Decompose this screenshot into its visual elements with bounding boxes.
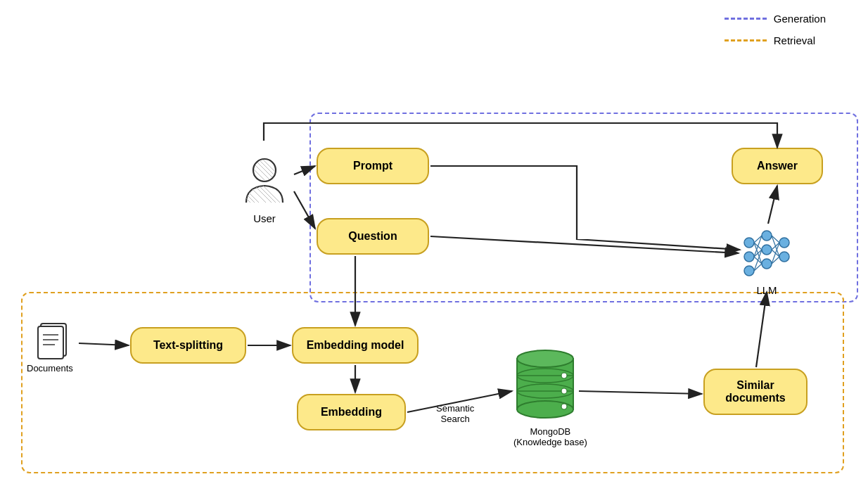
svg-line-13 — [245, 170, 264, 190]
svg-point-29 — [762, 259, 772, 269]
svg-point-55 — [561, 404, 567, 409]
diagram-container: Generation Retrieval Documents — [0, 0, 868, 498]
svg-point-31 — [779, 252, 789, 262]
svg-line-19 — [257, 184, 279, 205]
svg-point-6 — [254, 160, 275, 181]
legend: Generation Retrieval — [725, 13, 826, 46]
similar-docs-box: Similar documents — [703, 369, 808, 415]
llm-icon: LLM — [739, 225, 795, 296]
mongodb-icon: MongoDB (Knowledge base) — [513, 345, 587, 447]
svg-point-24 — [744, 238, 754, 248]
user-label: User — [253, 212, 276, 224]
retrieval-label: Retrieval — [774, 34, 815, 46]
svg-point-5 — [253, 159, 276, 181]
legend-retrieval: Retrieval — [725, 34, 826, 46]
embedding-model-box: Embedding model — [292, 327, 419, 364]
generation-line — [725, 18, 767, 20]
svg-point-26 — [744, 266, 754, 276]
svg-point-54 — [561, 388, 567, 394]
svg-point-25 — [744, 252, 754, 262]
svg-point-53 — [561, 373, 567, 378]
legend-generation: Generation — [725, 13, 826, 25]
semantic-search-label: Semantic Search — [436, 403, 474, 424]
documents-label: Documents — [27, 363, 73, 374]
svg-point-47 — [517, 350, 573, 367]
mongodb-label: MongoDB (Knowledge base) — [513, 426, 587, 447]
user-icon: User — [239, 155, 290, 224]
generation-label: Generation — [774, 13, 826, 25]
text-splitting-box: Text-splitting — [130, 327, 246, 364]
svg-point-28 — [762, 245, 772, 255]
prompt-box: Prompt — [317, 148, 429, 184]
svg-point-30 — [779, 238, 789, 248]
retrieval-line — [725, 39, 767, 42]
llm-label: LLM — [739, 284, 795, 296]
answer-box: Answer — [732, 148, 823, 184]
embedding-box: Embedding — [297, 394, 406, 430]
question-box: Question — [317, 218, 429, 255]
svg-point-27 — [762, 231, 772, 241]
svg-rect-1 — [38, 326, 63, 359]
documents-icon — [34, 318, 72, 366]
